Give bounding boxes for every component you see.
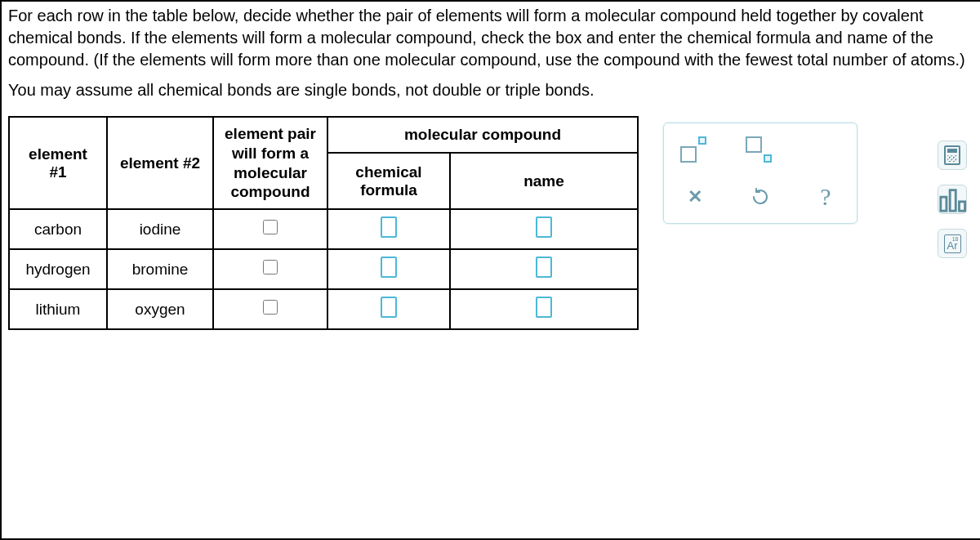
table-row: lithium oxygen [9,289,638,329]
header-molecular-compound: molecular compound [327,117,638,153]
element-tile-icon: 18 Ar [944,234,961,253]
input-chemical-formula[interactable] [381,216,397,238]
formula-tool-panel: ✕ ? [663,123,858,224]
input-chemical-formula[interactable] [381,297,397,318]
question-icon: ? [820,183,831,211]
cell-element2: oxygen [107,289,213,329]
header-element2: element #2 [107,117,213,209]
cell-element1: carbon [9,209,107,249]
calculator-icon [944,145,960,165]
close-icon: ✕ [688,186,702,208]
svg-rect-1 [950,190,956,211]
table-row: hydrogen bromine [9,249,638,289]
side-tools: 18 Ar [938,141,967,258]
svg-rect-2 [960,202,965,211]
checkbox-will-form[interactable] [263,220,278,234]
graph-button[interactable] [938,185,967,214]
instructions-text: For each row in the table below, decide … [2,2,980,74]
bar-chart-icon [938,185,966,213]
checkbox-will-form[interactable] [263,300,278,315]
header-chemical-formula: chemical formula [327,153,450,209]
superscript-button[interactable] [679,133,711,166]
elements-table: element #1 element #2 element pair will … [8,116,639,330]
cell-element1: hydrogen [9,249,107,289]
calculator-button[interactable] [938,141,967,170]
undo-icon [751,187,770,207]
cell-element2: bromine [107,249,213,289]
header-name: name [450,153,638,209]
cell-element1: lithium [9,289,107,329]
input-compound-name[interactable] [536,297,552,318]
reset-button[interactable] [744,181,777,213]
periodic-table-button[interactable]: 18 Ar [938,229,967,258]
input-compound-name[interactable] [536,257,552,278]
table-row: carbon iodine [9,209,638,249]
help-button[interactable]: ? [809,181,842,213]
clear-button[interactable]: ✕ [679,181,711,213]
input-chemical-formula[interactable] [381,257,397,278]
svg-rect-0 [941,197,947,211]
cell-element2: iodine [107,209,213,249]
checkbox-will-form[interactable] [263,260,278,274]
input-compound-name[interactable] [536,216,552,238]
header-element1: element #1 [9,117,107,209]
subscript-button[interactable] [744,133,777,166]
header-will-form: element pair will form a molecular compo… [213,117,327,209]
assumption-text: You may assume all chemical bonds are si… [2,74,980,116]
